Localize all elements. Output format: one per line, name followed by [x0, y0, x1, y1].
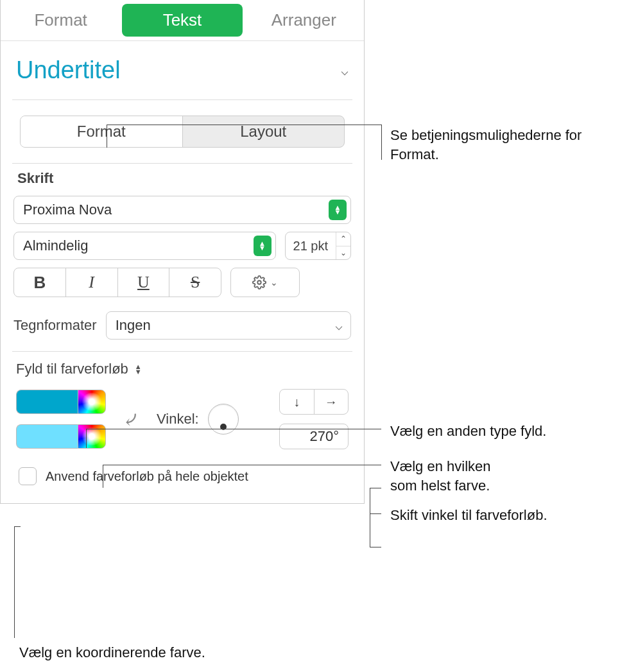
callout-line: [370, 547, 381, 547]
gradient-color-1-swatch[interactable]: [16, 390, 78, 414]
callout-line: [14, 526, 15, 638]
annotation-text: Se betjeningsmulighederne for Format.: [390, 126, 629, 164]
angle-dial[interactable]: [208, 404, 239, 435]
callout-line: [370, 513, 381, 514]
annotation-text: Vælg en koordinerende farve.: [19, 643, 205, 662]
angle-direction-segmented: ↓ →: [279, 389, 349, 415]
italic-button[interactable]: I: [66, 268, 118, 297]
callout-line: [103, 465, 103, 488]
font-style-buttons: B I U S: [13, 268, 221, 297]
callout-line: [103, 465, 381, 465]
chevron-down-icon: ⌵: [341, 63, 349, 78]
color-well-2[interactable]: [78, 424, 106, 449]
advanced-options-button[interactable]: ⌄: [230, 268, 300, 297]
font-section: Skrift Proxima Nova ▲▼ Almindelig ▲▼ 21 …: [1, 164, 364, 351]
apply-gradient-checkbox[interactable]: [19, 467, 37, 485]
tab-arranger[interactable]: Arranger: [244, 0, 364, 40]
svg-point-0: [257, 280, 261, 284]
font-size-value: 21 pkt: [286, 239, 336, 254]
font-weight-value: Almindelig: [23, 237, 89, 254]
gear-icon: [252, 275, 266, 289]
fill-type-label: Fyld til farveforløb: [16, 361, 128, 377]
stepper-down-icon[interactable]: ⌄: [336, 246, 350, 260]
font-family-select[interactable]: Proxima Nova ▲▼: [13, 196, 351, 224]
callout-line: [107, 125, 381, 125]
angle-value-field[interactable]: 270°: [279, 424, 349, 449]
callout-line: [381, 125, 382, 160]
top-tab-bar: Format Tekst Arranger: [1, 0, 364, 41]
callout-line: [370, 488, 381, 488]
chevron-down-icon: ⌄: [270, 277, 278, 288]
apply-gradient-label: Anvend farveforløb på hele objektet: [46, 469, 248, 484]
chevron-down-icon: ⌵: [335, 318, 347, 333]
fill-body: ⤸ Vinkel: ↓ → 270° Anvend farveforløb på…: [1, 385, 364, 503]
gradient-colors: [16, 390, 106, 449]
subtab-layout[interactable]: Layout: [183, 116, 345, 147]
tab-tekst[interactable]: Tekst: [122, 4, 242, 37]
strikethrough-button[interactable]: S: [169, 268, 221, 297]
sub-tab-row: Format Layout: [1, 100, 364, 163]
font-size-stepper[interactable]: 21 pkt ⌃ ⌄: [285, 232, 351, 260]
callout-line: [86, 429, 87, 448]
stepper-buttons[interactable]: ⌃ ⌄: [336, 232, 350, 259]
apply-gradient-row: Anvend farveforløb på hele objektet: [16, 467, 349, 485]
font-weight-select[interactable]: Almindelig ▲▼: [13, 232, 276, 260]
callout-line: [14, 526, 21, 527]
callout-line: [107, 125, 107, 148]
color-well-1[interactable]: [78, 390, 106, 414]
angle-label: Vinkel:: [157, 411, 199, 427]
paragraph-style-name: Undertitel: [16, 56, 121, 84]
paragraph-style-select[interactable]: Undertitel ⌵: [13, 53, 351, 88]
angle-value: 270°: [309, 428, 339, 445]
angle-group: Vinkel:: [157, 404, 239, 435]
underline-button[interactable]: U: [118, 268, 170, 297]
char-formats-select[interactable]: Ingen ⌵: [106, 311, 351, 340]
angle-down-button[interactable]: ↓: [280, 390, 314, 414]
angle-right-button[interactable]: →: [314, 390, 349, 414]
sub-tab-segmented: Format Layout: [20, 116, 345, 148]
char-formats-label: Tegnformater: [13, 317, 97, 334]
subtab-format[interactable]: Format: [21, 116, 183, 147]
updown-icon: ▲▼: [329, 200, 347, 220]
tab-format[interactable]: Format: [1, 0, 121, 40]
fill-type-select[interactable]: Fyld til farveforløb ▲▼: [1, 352, 364, 385]
font-section-label: Skrift: [13, 170, 351, 187]
annotation-text: Vælg en anden type fyld.: [390, 422, 546, 441]
callout-line: [86, 429, 381, 429]
updown-icon: ▲▼: [135, 364, 142, 374]
annotation-text: Vælg en hvilken som helst farve.: [390, 457, 491, 495]
updown-icon: ▲▼: [254, 236, 271, 256]
annotation-text: Skift vinkel til farveforløb.: [390, 506, 547, 525]
gradient-color-2-swatch[interactable]: [16, 424, 78, 449]
bold-button[interactable]: B: [14, 268, 66, 297]
stepper-up-icon[interactable]: ⌃: [336, 232, 350, 246]
font-family-value: Proxima Nova: [23, 202, 112, 218]
callout-line: [370, 488, 370, 547]
char-formats-value: Ingen: [116, 317, 151, 334]
paragraph-style-row: Undertitel ⌵: [1, 41, 364, 99]
